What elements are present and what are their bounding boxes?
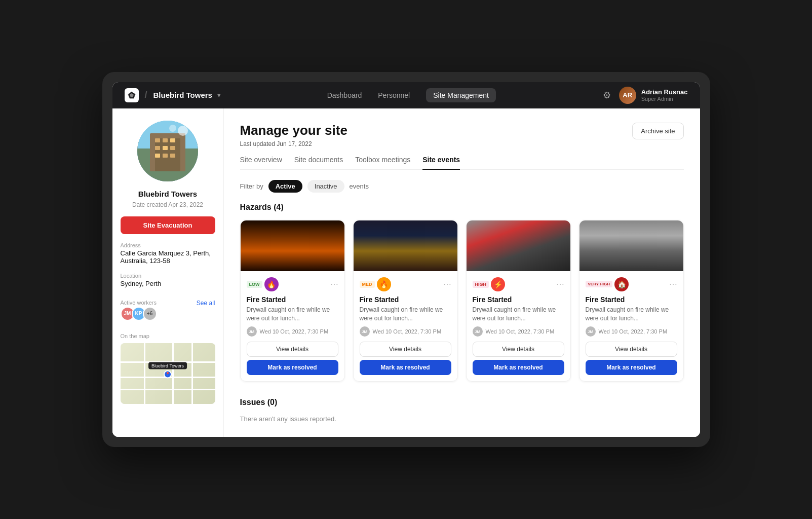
nav-site-management[interactable]: Site Management <box>426 88 496 102</box>
content-header: Manage your site Last updated Jun 17, 20… <box>240 123 684 147</box>
nav-personnel[interactable]: Personnel <box>378 91 410 99</box>
tab-site-events[interactable]: Site events <box>422 156 460 170</box>
card-time-1: Wed 10 Oct, 2022, 7:30 PM <box>260 328 329 335</box>
severity-label-4: VERY HIGH <box>586 281 613 287</box>
card-body-4: VERY HIGH 🏠 ⋯ Fire Started Drywall caugh… <box>579 271 683 382</box>
card-menu-4[interactable]: ⋯ <box>669 279 677 289</box>
view-details-btn-2[interactable]: View details <box>360 342 451 357</box>
filter-inactive[interactable]: Inactive <box>307 180 344 193</box>
card-body-3: HIGH ⚡ ⋯ Fire Started Drywall caught on … <box>467 271 570 382</box>
svg-rect-13 <box>163 154 168 158</box>
svg-rect-9 <box>155 146 160 150</box>
tab-site-overview[interactable]: Site overview <box>240 156 282 170</box>
card-title-1: Fire Started <box>247 295 338 304</box>
severity-badge-4: VERY HIGH 🏠 <box>586 277 629 291</box>
tabs: Site overview Site documents Toolbox mee… <box>240 156 684 170</box>
card-desc-1: Drywall caught on fire while we were out… <box>247 306 338 323</box>
filter-active[interactable]: Active <box>268 180 302 193</box>
workers-label: Active workers <box>121 300 157 306</box>
sidebar: Bluebird Towers Date created Apr 23, 202… <box>112 108 224 437</box>
address-value: Calle Garcia Marquez 3, Perth, Australia… <box>121 249 215 265</box>
site-date: Date created Apr 23, 2022 <box>132 201 203 208</box>
svg-rect-12 <box>155 154 160 158</box>
severity-badge-1: LOW 🔥 <box>247 277 279 291</box>
severity-label-2: MED <box>360 281 375 288</box>
map-inner: Bluebird Towers 📍 <box>121 343 215 404</box>
severity-label-3: HIGH <box>473 281 489 288</box>
filter-row: Filter by Active Inactive events <box>240 180 684 193</box>
see-all-link[interactable]: See all <box>197 300 215 307</box>
filter-events[interactable]: events <box>350 182 369 190</box>
mark-resolved-btn-3[interactable]: Mark as resolved <box>473 360 564 375</box>
card-menu-1[interactable]: ⋯ <box>330 279 338 289</box>
hazard-card-2: MED 🔥 ⋯ Fire Started Drywall caught on f… <box>353 220 458 382</box>
page-title: Manage your site <box>240 123 347 138</box>
map-container[interactable]: Bluebird Towers 📍 <box>121 343 215 404</box>
location-label: Location <box>121 273 215 279</box>
nav-site-name: Bluebird Towers <box>153 91 212 99</box>
severity-icon-2: 🔥 <box>377 277 391 291</box>
card-avatar-1: JM <box>247 326 257 337</box>
card-image-1 <box>241 220 344 271</box>
hazard-card-1: LOW 🔥 ⋯ Fire Started Drywall caught on f… <box>240 220 345 382</box>
card-time-2: Wed 10 Oct, 2022, 7:30 PM <box>373 328 442 335</box>
card-avatar-2: JM <box>360 326 370 337</box>
nav-chevron-icon: ▾ <box>217 92 220 99</box>
card-menu-2[interactable]: ⋯ <box>443 279 451 289</box>
card-body-2: MED 🔥 ⋯ Fire Started Drywall caught on f… <box>354 271 457 382</box>
card-top-4: VERY HIGH 🏠 ⋯ <box>586 277 677 291</box>
filter-label: Filter by <box>240 182 263 190</box>
date-label: Date created <box>132 201 167 208</box>
nav-logo[interactable]: / Bluebird Towers ▾ <box>125 88 220 102</box>
severity-badge-2: MED 🔥 <box>360 277 391 291</box>
main-layout: Bluebird Towers Date created Apr 23, 202… <box>112 108 700 437</box>
map-pin: Bluebird Towers 📍 <box>148 362 187 378</box>
date-value: Apr 23, 2022 <box>168 201 203 208</box>
hazard-card-4: VERY HIGH 🏠 ⋯ Fire Started Drywall caugh… <box>579 220 684 382</box>
card-title-3: Fire Started <box>473 295 564 304</box>
card-time-3: Wed 10 Oct, 2022, 7:30 PM <box>486 328 555 335</box>
svg-point-15 <box>178 126 188 136</box>
view-details-btn-1[interactable]: View details <box>247 342 338 357</box>
nav-center: Dashboard Personnel Site Management <box>228 88 595 102</box>
nav-right: ⚙ AR Adrian Rusnac Super Admin <box>603 87 688 104</box>
svg-rect-7 <box>163 138 168 142</box>
svg-rect-6 <box>155 138 160 142</box>
card-top-3: HIGH ⚡ ⋯ <box>473 277 564 291</box>
card-desc-2: Drywall caught on fire while we were out… <box>360 306 451 323</box>
title-section: Manage your site Last updated Jun 17, 20… <box>240 123 347 147</box>
card-avatar-3: JM <box>473 326 483 337</box>
site-photo <box>137 121 198 181</box>
tab-toolbox-meetings[interactable]: Toolbox meetings <box>355 156 410 170</box>
card-desc-4: Drywall caught on fire while we were out… <box>586 306 677 323</box>
gear-icon[interactable]: ⚙ <box>603 90 611 101</box>
card-top-1: LOW 🔥 ⋯ <box>247 277 338 291</box>
card-menu-3[interactable]: ⋯ <box>556 279 564 289</box>
card-title-4: Fire Started <box>586 295 677 304</box>
archive-button[interactable]: Archive site <box>632 123 683 139</box>
mark-resolved-btn-4[interactable]: Mark as resolved <box>586 360 677 375</box>
workers-section: Active workers See all JM KP +6 <box>121 300 215 321</box>
view-details-btn-3[interactable]: View details <box>473 342 564 357</box>
issues-title: Issues (0) <box>240 398 684 407</box>
site-name: Bluebird Towers <box>138 190 197 198</box>
svg-rect-14 <box>170 154 175 158</box>
device-frame: / Bluebird Towers ▾ Dashboard Personnel … <box>102 72 710 448</box>
card-image-4 <box>579 220 683 271</box>
svg-rect-8 <box>170 138 175 142</box>
view-details-btn-4[interactable]: View details <box>586 342 677 357</box>
card-image-3 <box>467 220 570 271</box>
card-meta-3: JM Wed 10 Oct, 2022, 7:30 PM <box>473 326 564 337</box>
nav-dashboard[interactable]: Dashboard <box>327 91 362 99</box>
address-label: Address <box>121 242 215 248</box>
card-desc-3: Drywall caught on fire while we were out… <box>473 306 564 323</box>
last-updated: Last updated Jun 17, 2022 <box>240 140 347 147</box>
mark-resolved-btn-2[interactable]: Mark as resolved <box>360 360 451 375</box>
tab-site-documents[interactable]: Site documents <box>294 156 343 170</box>
severity-icon-1: 🔥 <box>264 277 279 291</box>
mark-resolved-btn-1[interactable]: Mark as resolved <box>247 360 338 375</box>
evacuation-button[interactable]: Site Evacuation <box>121 216 215 234</box>
location-value: Sydney, Perth <box>121 280 215 287</box>
svg-rect-11 <box>170 146 175 150</box>
svg-point-16 <box>169 125 176 132</box>
